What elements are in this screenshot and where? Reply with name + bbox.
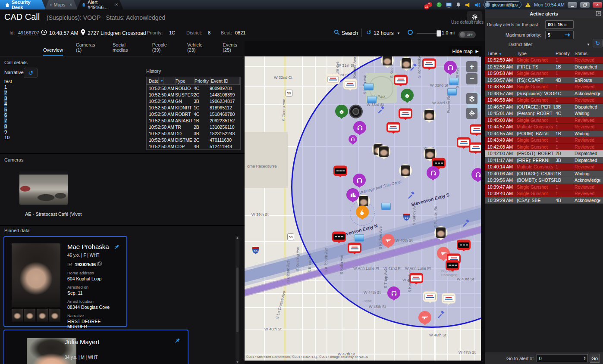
map-marker-redplate[interactable] (386, 122, 400, 133)
alert-row[interactable]: 10:44:55 AM(PODM): BATVI1BWaiting (485, 131, 603, 137)
alert-row[interactable]: 10:40:14 AMMultiple Gunshots1Reviewed (485, 164, 603, 171)
map-marker-purple[interactable] (444, 61, 457, 74)
photo-thumb[interactable] (49, 309, 60, 322)
alert-row[interactable]: 10:52:59 AMSingle Gunshot1Reviewed (485, 57, 603, 64)
refresh-filter-button[interactable]: ↻ (593, 39, 603, 47)
tab-cameras[interactable]: Cameras (1) (76, 42, 100, 56)
map-marker-creamplate[interactable] (442, 293, 455, 304)
map-marker-photo[interactable] (423, 109, 436, 121)
alert-row[interactable]: 10:46:58 AMSingle Gunshot1Reviewed (485, 97, 603, 104)
map-marker-photo[interactable] (381, 56, 394, 67)
alert-row[interactable]: 10:48:57 AM(Suspiciuos): VOOP1CAcknowled… (485, 90, 603, 97)
alert-row[interactable]: 10:39:47 AMSingle Gunshot1Reviewed (485, 184, 603, 191)
close-icon[interactable]: ✕ (69, 3, 72, 7)
time-range-dropdown[interactable]: 12 hours (374, 30, 394, 36)
tab-security-desk[interactable]: Security Desk (0, 0, 46, 9)
map-marker-redplate[interactable] (394, 75, 408, 85)
go-button[interactable]: Go (590, 354, 600, 363)
map-marker-redplate[interactable] (470, 124, 481, 135)
scroll-up-icon[interactable]: ▲ (236, 236, 239, 239)
max-priority-input[interactable]: 5 (545, 31, 574, 39)
tab-alert[interactable]: Alert #49166... ✕ (77, 0, 123, 9)
minimize-button[interactable]: ▁ (568, 2, 577, 8)
alerts-table-header[interactable]: Time▼ Type Priority Status (485, 50, 603, 57)
close-button[interactable]: ✕ (593, 2, 602, 8)
alert-row[interactable]: 10:42:08 AMSingle Gunshot1Reviewed (485, 144, 603, 151)
alert-row[interactable]: 10:42:00 AM(PROST): ROBRT2BDispatched (485, 150, 603, 157)
tab-overview[interactable]: Overview (43, 47, 63, 56)
map-marker-pinkgun[interactable] (382, 234, 395, 247)
map-marker-blackplate[interactable] (332, 232, 346, 242)
chevron-down-icon[interactable]: ▼ (397, 31, 400, 35)
horn-icon[interactable] (465, 2, 471, 8)
map-marker-folder-icon[interactable] (381, 203, 391, 210)
copy-icon[interactable] (97, 261, 102, 266)
pin-icon[interactable] (174, 337, 181, 344)
map-marker-gavel[interactable] (437, 311, 445, 320)
alert-row[interactable]: 10:44:57 AMMultiple Gunshots1Reviewed (485, 124, 603, 131)
map-marker-blackplate[interactable] (457, 240, 471, 250)
map-marker-purple[interactable] (353, 174, 366, 187)
popout-icon[interactable] (596, 11, 601, 16)
close-icon[interactable]: ✕ (115, 3, 118, 7)
history-row[interactable]: 10:52:50 AMKIDNRT1C818965112 (147, 104, 240, 111)
alert-row[interactable]: 10:39:56 AM(BOMBT): SHOTSF1BAcknowledged (485, 177, 603, 184)
alert-row[interactable]: 10:45:01 AM(Person): ROBRT4CWaiting (485, 110, 603, 117)
photo-thumb[interactable] (24, 309, 35, 322)
scrollbar-thumb[interactable] (236, 268, 239, 332)
history-row[interactable]: 10:52:50 AMROBJO4C900989781 (147, 85, 240, 91)
search-button[interactable]: Search (342, 30, 358, 36)
alert-row[interactable]: 10:40:06 AM(OUTAGE): CSART1BWaiting (485, 171, 603, 177)
map-marker-redplate[interactable] (422, 59, 436, 69)
narrative-text[interactable]: test12345678910 (4, 79, 12, 140)
map-marker-purple[interactable] (353, 121, 366, 134)
camera-thumbnail[interactable] (19, 169, 68, 205)
id-link[interactable]: 49166707 (18, 30, 39, 35)
tab-maps[interactable]: Maps ✕ (45, 0, 78, 9)
map-marker-photo[interactable] (399, 164, 412, 177)
history-row[interactable]: 10:52:50 AMANIABU1B2092235152 (147, 117, 240, 124)
map-marker-photo[interactable] (377, 145, 390, 158)
map-marker-gavel[interactable] (462, 220, 470, 229)
alert-row[interactable]: 10:45:00 AMSingle Gunshot1Reviewed (485, 117, 603, 124)
pinned-card-mae-prohaska[interactable]: Mae Prohaska 46 y.o. | F | WHT IR: 19382… (3, 236, 127, 327)
warning-icon[interactable] (524, 2, 531, 8)
map-marker-creamplate[interactable] (343, 79, 357, 90)
pinned-card-julia-mayert[interactable]: Julia Mayert 34 y.o. | M | WHT (3, 330, 188, 364)
goto-alert-input[interactable]: 0 ▲▼ (537, 354, 588, 362)
map-marker-gavel[interactable] (407, 192, 415, 201)
history-header[interactable]: Date▼ Type Priority Event ID (147, 77, 240, 85)
scroll-down-icon[interactable]: ▼ (236, 361, 239, 364)
alert-row[interactable]: 10:46:57 AM(OUTAGE): PERHLP3BDispatched (485, 104, 603, 111)
speaker-icon[interactable] (474, 2, 481, 8)
tab-vehicle[interactable]: Vehicle (23) (187, 42, 210, 56)
map-marker-purple[interactable] (471, 168, 481, 181)
restore-button[interactable] (580, 2, 590, 8)
map-marker-camera[interactable] (349, 105, 363, 118)
history-row[interactable]: 10:52:50 AMSUSPER2C1448108399 (147, 91, 240, 98)
alert-row[interactable]: 10:43:49 AMSingle Gunshot1Reviewed (485, 137, 603, 144)
map-locate-button[interactable] (466, 108, 477, 119)
radius-slider-handle[interactable] (437, 30, 441, 37)
alert-row[interactable]: 10:50:58 AMSingle Gunshot1Reviewed (485, 70, 603, 77)
map-marker-purple[interactable] (387, 286, 400, 299)
narrative-reset-button[interactable]: ↺ (24, 68, 38, 78)
tab-people[interactable]: People (39) (152, 42, 174, 56)
photo-thumbnails[interactable] (12, 309, 60, 322)
map-marker-orange[interactable] (356, 205, 369, 218)
map-marker-purple[interactable] (427, 166, 440, 179)
map-marker-purpleS[interactable] (349, 135, 357, 143)
alert-row[interactable]: 10:50:57 AM(TS): CSART4BEnRoute (485, 77, 603, 84)
map-marker-pinkgun[interactable] (418, 311, 431, 324)
history-row[interactable]: 10:52:50 AMTR2B1310256110 (147, 124, 240, 130)
map-marker-redplate[interactable] (469, 143, 481, 153)
hide-map-button[interactable]: Hide map ▶ (449, 46, 482, 56)
display-icon[interactable] (446, 2, 452, 8)
use-default-rules-toggle[interactable]: OFF (459, 31, 476, 38)
map-marker-blackplate[interactable] (333, 166, 347, 176)
pin-icon[interactable] (113, 244, 120, 251)
history-row[interactable]: 10:52:50 AMGN3B1906234817 (147, 98, 240, 104)
tab-events[interactable]: Events (25) (223, 42, 245, 56)
map-zoom-out-button[interactable]: − (466, 73, 477, 84)
history-row[interactable]: 10:52:50 AMROBRT4C1518460780 (147, 111, 240, 117)
